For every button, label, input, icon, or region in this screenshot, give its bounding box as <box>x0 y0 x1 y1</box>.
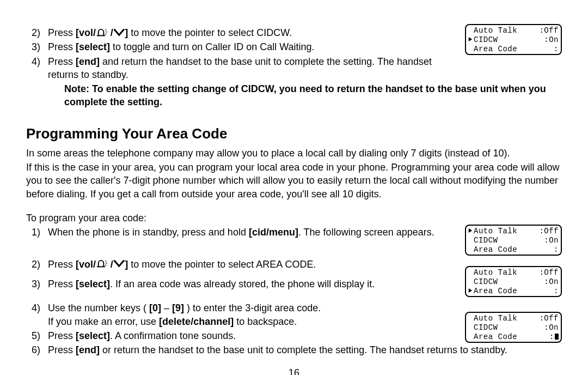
step-text: to move the pointer to select CIDCW. <box>128 27 292 38</box>
lcd-label: Auto Talk <box>474 26 539 35</box>
area-intro-2: If this is the case in your area, you ca… <box>26 161 562 201</box>
step-text: If you make an error, use <box>48 316 159 327</box>
step-text: Press <box>48 330 76 341</box>
step-number: 2) <box>32 26 40 39</box>
step-number: 4) <box>32 55 40 68</box>
vol-key-label: [vol//] <box>76 259 128 270</box>
step-number: 6) <box>32 343 40 356</box>
area-intro-1: In some areas the telephone company may … <box>26 147 562 160</box>
step-text: Press <box>48 344 76 355</box>
step-text: Press <box>48 56 76 67</box>
pointer-slot <box>468 26 474 35</box>
step-text: to backspace. <box>234 316 297 327</box>
key-label: [cid/menu] <box>249 227 298 238</box>
step-text: . If an area code was already stored, th… <box>110 279 375 289</box>
step-item: 6) Press [end] or return the handset to … <box>26 343 562 356</box>
area-code-heading: Programming Your Area Code <box>26 124 562 143</box>
step-text: Press <box>48 41 76 52</box>
page-number: 16 <box>26 366 562 375</box>
svg-rect-4 <box>97 267 105 268</box>
step-number: 1) <box>32 226 40 239</box>
lcd-value: : <box>554 45 559 54</box>
step-number: 5) <box>32 329 40 342</box>
step-item: 2) Press [vol//] to move the pointer to … <box>26 258 562 271</box>
key-label: [select] <box>76 330 110 341</box>
chevron-down-icon <box>113 259 125 268</box>
step-number: 4) <box>32 301 40 314</box>
lcd-screen-cidcw: Auto Talk :Off CIDCW:On Area Code : <box>465 24 562 55</box>
step-text: . The following screen appears. <box>298 227 434 238</box>
step-item: 3) Press [select] to toggle and turn on … <box>26 40 453 53</box>
step-item: 5) Press [select]. A confirmation tone s… <box>26 329 562 342</box>
step-number: 2) <box>32 258 40 271</box>
chevron-down-icon <box>113 28 125 37</box>
step-item: 2) Press [vol//] to move the pointer to … <box>26 26 453 39</box>
step-item: 4) Press [end] and return the handset to… <box>26 55 453 82</box>
cidcw-note: Note: To enable the setting change of CI… <box>26 82 562 109</box>
vol-key-label: [vol//] <box>76 27 128 38</box>
step-text: – <box>161 303 172 313</box>
step-text: When the phone is in standby, press and … <box>48 227 249 238</box>
ringer-icon <box>96 28 111 37</box>
step-text: ) to enter the 3-digit area code. <box>184 303 321 313</box>
lcd-label: CIDCW <box>474 35 544 45</box>
step-number: 3) <box>32 40 40 53</box>
ringer-icon <box>96 259 111 268</box>
step-text: Press <box>48 27 76 38</box>
step-text: Press <box>48 279 76 289</box>
step-item: 1) When the phone is in standby, press a… <box>26 226 562 239</box>
lcd-value: :On <box>544 35 559 45</box>
step-text: to move the pointer to select AREA CODE. <box>128 259 316 270</box>
step-text: Use the number keys ( <box>48 303 149 313</box>
pointer-slot <box>468 245 474 255</box>
pointer-icon <box>468 35 474 45</box>
svg-rect-1 <box>97 35 105 36</box>
step-item: 4) Use the number keys ( [0] – [9] ) to … <box>26 301 562 328</box>
key-label: [end] <box>76 56 100 67</box>
lcd-label: Area Code <box>474 45 554 54</box>
key-label: [select] <box>76 41 110 52</box>
step-item: 3) Press [select]. If an area code was a… <box>26 277 562 291</box>
step-text: Press <box>48 259 76 270</box>
lcd-value: : <box>554 245 559 255</box>
svg-marker-0 <box>469 37 472 41</box>
step-text: and return the handset to the base unit … <box>48 56 432 80</box>
cidcw-section: Auto Talk :Off CIDCW:On Area Code : 2) P… <box>26 26 562 109</box>
step-text: . A confirmation tone sounds. <box>110 330 236 341</box>
step-text: to toggle and turn on Caller ID on Call … <box>110 41 315 52</box>
key-label: [select] <box>76 279 110 289</box>
step-number: 3) <box>32 277 40 291</box>
lcd-value: :Off <box>539 26 559 35</box>
key-label: [end] <box>76 344 100 355</box>
pointer-slot <box>468 45 474 54</box>
key-label: [delete/channel] <box>159 316 234 327</box>
key-label: [9] <box>172 303 184 313</box>
area-steps-section: Auto Talk :Off CIDCW:On Area Code : Auto… <box>26 226 562 356</box>
step-text: or return the handset to the base unit t… <box>100 344 507 355</box>
key-label: [0] <box>149 303 161 313</box>
lcd-label: Area Code <box>474 245 554 255</box>
area-prog-lead: To program your area code: <box>26 211 562 225</box>
